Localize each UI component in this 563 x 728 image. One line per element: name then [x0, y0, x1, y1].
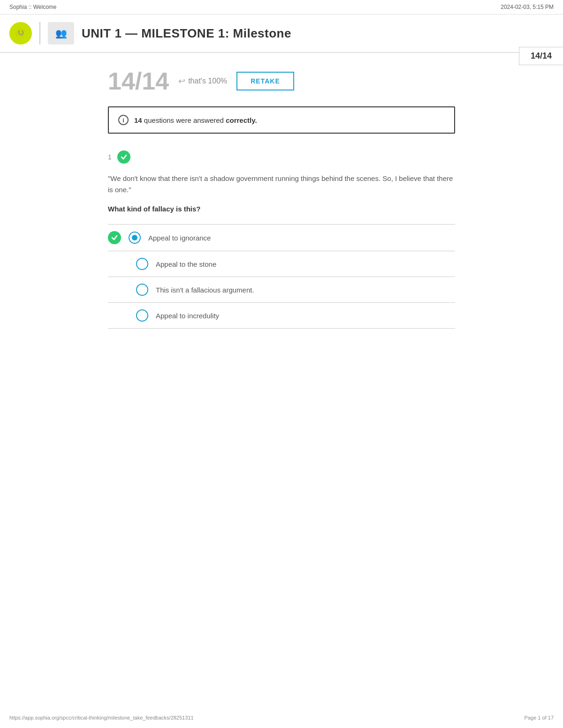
- question-correct-indicator: [117, 150, 130, 164]
- sophia-logo: [9, 22, 32, 45]
- question-number-row: 1: [108, 150, 455, 164]
- question-number: 1: [108, 153, 112, 161]
- footer-url: https://app.sophia.org/spcc/critical-thi…: [9, 715, 194, 720]
- nav-bar: 👥 UNIT 1 — MILESTONE 1: Milestone: [0, 15, 563, 53]
- big-score: 14/14: [108, 67, 169, 95]
- footer: https://app.sophia.org/spcc/critical-thi…: [9, 715, 554, 720]
- answer-option-a[interactable]: Appeal to ignorance: [108, 224, 455, 251]
- answer-text-a: Appeal to ignorance: [148, 233, 211, 243]
- nav-divider: [39, 22, 40, 45]
- radio-a[interactable]: [129, 232, 141, 244]
- undo-icon: ↩: [178, 76, 185, 86]
- correctly-label: correctly.: [226, 116, 257, 124]
- answer-option-d[interactable]: Appeal to incredulity: [108, 302, 455, 329]
- info-box: i 14 questions were answered correctly.: [108, 106, 455, 134]
- unit-icon: 👥: [48, 22, 74, 45]
- radio-d[interactable]: [136, 309, 148, 322]
- people-icon: 👥: [55, 28, 67, 39]
- correct-count: 14: [134, 116, 142, 124]
- unit-title: UNIT 1 — MILESTONE 1: Milestone: [82, 26, 291, 41]
- checkmark-icon-a: [111, 234, 118, 241]
- answer-options: Appeal to ignorance Appeal to the stone …: [108, 224, 455, 329]
- top-bar: Sophia :: Welcome 2024-02-03, 5:15 PM: [0, 0, 563, 15]
- answer-text-b: Appeal to the stone: [156, 259, 216, 269]
- percent-label: ↩ that's 100%: [178, 76, 227, 86]
- answer-option-c[interactable]: This isn't a fallacious argument.: [108, 277, 455, 302]
- question-prompt: What kind of fallacy is this?: [108, 205, 455, 213]
- checkmark-icon: [120, 153, 128, 161]
- score-tab-label: 14/14: [531, 51, 552, 60]
- answer-text-c: This isn't a fallacious argument.: [156, 285, 254, 295]
- radio-c[interactable]: [136, 284, 148, 296]
- correct-check-a: [108, 231, 121, 244]
- score-tab: 14/14: [519, 47, 563, 65]
- sophia-logo-icon: [13, 26, 28, 41]
- answer-text-d: Appeal to incredulity: [156, 311, 219, 321]
- page-label: Page 1 of 17: [525, 715, 554, 720]
- main-content: 14/14 ↩ that's 100% RETAKE i 14 question…: [0, 53, 563, 357]
- question-body: "We don't know that there isn't a shadow…: [108, 173, 455, 195]
- app-title: Sophia :: Welcome: [9, 4, 57, 10]
- score-section: 14/14 ↩ that's 100% RETAKE: [108, 67, 455, 95]
- info-body: questions were answered: [142, 116, 226, 124]
- retake-button[interactable]: RETAKE: [236, 72, 294, 90]
- answer-option-b[interactable]: Appeal to the stone: [108, 251, 455, 277]
- radio-b[interactable]: [136, 258, 148, 270]
- datetime: 2024-02-03, 5:15 PM: [501, 4, 554, 10]
- info-text: 14 questions were answered correctly.: [134, 116, 257, 124]
- info-icon: i: [118, 115, 129, 125]
